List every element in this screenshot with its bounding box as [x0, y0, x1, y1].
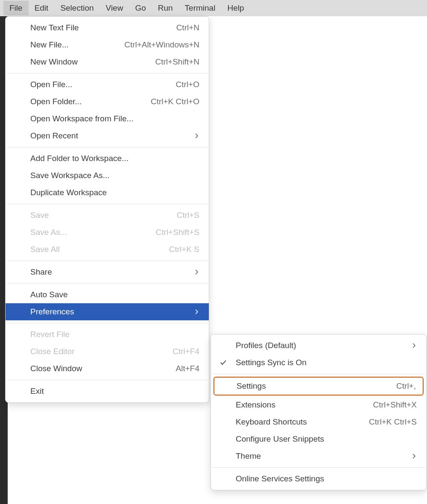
menu-item-save: Save Ctrl+S	[6, 207, 209, 224]
chevron-right-icon	[411, 453, 418, 460]
menu-item-extensions[interactable]: Extensions Ctrl+Shift+X	[211, 396, 426, 413]
menu-separator	[6, 73, 208, 73]
menubar-item-terminal[interactable]: Terminal	[179, 1, 222, 15]
menu-item-auto-save[interactable]: Auto Save	[6, 286, 209, 303]
menu-item-new-window[interactable]: New Window Ctrl+Shift+N	[6, 53, 209, 70]
menu-item-open-workspace-from-file[interactable]: Open Workspace from File...	[6, 110, 209, 127]
menu-item-revert-file: Revert File	[6, 326, 209, 343]
menubar-item-edit[interactable]: Edit	[29, 1, 55, 15]
menu-item-online-services-settings[interactable]: Online Services Settings	[211, 470, 426, 487]
menu-item-add-folder-to-workspace[interactable]: Add Folder to Workspace...	[6, 150, 209, 167]
menubar-item-file[interactable]: File	[3, 1, 29, 15]
chevron-right-icon	[193, 269, 200, 275]
menu-item-preferences[interactable]: Preferences	[6, 303, 209, 320]
chevron-right-icon	[411, 342, 418, 349]
menu-item-save-workspace-as[interactable]: Save Workspace As...	[6, 167, 209, 184]
menu-separator	[6, 261, 208, 261]
menu-item-configure-user-snippets[interactable]: Configure User Snippets	[211, 431, 426, 448]
menu-item-settings[interactable]: Settings Ctrl+,	[214, 377, 424, 396]
chevron-right-icon	[193, 132, 200, 139]
file-menu: New Text File Ctrl+N New File... Ctrl+Al…	[5, 16, 209, 403]
menu-item-share[interactable]: Share	[6, 264, 209, 281]
menubar-item-help[interactable]: Help	[221, 1, 250, 15]
menu-item-keyboard-shortcuts[interactable]: Keyboard Shortcuts Ctrl+K Ctrl+S	[211, 413, 426, 431]
menubar-item-run[interactable]: Run	[152, 1, 179, 15]
preferences-submenu: Profiles (Default) Settings Sync is On S…	[211, 334, 427, 490]
menu-item-open-folder[interactable]: Open Folder... Ctrl+K Ctrl+O	[6, 93, 209, 110]
menu-item-open-recent[interactable]: Open Recent	[6, 127, 209, 144]
menu-separator	[212, 467, 425, 468]
menu-item-new-text-file[interactable]: New Text File Ctrl+N	[6, 19, 209, 36]
menu-separator	[6, 283, 208, 284]
menu-separator	[6, 204, 208, 204]
menu-item-new-file[interactable]: New File... Ctrl+Alt+Windows+N	[6, 36, 209, 53]
chevron-right-icon	[193, 308, 200, 315]
menu-separator	[6, 147, 208, 147]
menu-item-settings-sync[interactable]: Settings Sync is On	[211, 354, 426, 371]
menu-separator	[212, 374, 425, 374]
menu-item-theme[interactable]: Theme	[211, 448, 426, 465]
menu-item-open-file[interactable]: Open File... Ctrl+O	[6, 76, 209, 93]
menu-separator	[6, 323, 208, 323]
menu-item-save-as: Save As... Ctrl+Shift+S	[6, 224, 209, 241]
menu-item-duplicate-workspace[interactable]: Duplicate Workspace	[6, 184, 209, 201]
menubar-item-go[interactable]: Go	[129, 1, 152, 15]
check-icon	[219, 359, 227, 366]
menu-item-close-editor: Close Editor Ctrl+F4	[6, 343, 209, 360]
menu-item-save-all: Save All Ctrl+K S	[6, 241, 209, 258]
menubar-item-selection[interactable]: Selection	[54, 1, 99, 15]
menubar-item-view[interactable]: View	[100, 1, 129, 15]
menu-separator	[6, 380, 208, 380]
menu-item-close-window[interactable]: Close Window Alt+F4	[6, 360, 209, 377]
menu-item-exit[interactable]: Exit	[6, 383, 209, 400]
menubar: File Edit Selection View Go Run Terminal…	[0, 0, 427, 16]
menu-item-profiles[interactable]: Profiles (Default)	[211, 337, 426, 354]
